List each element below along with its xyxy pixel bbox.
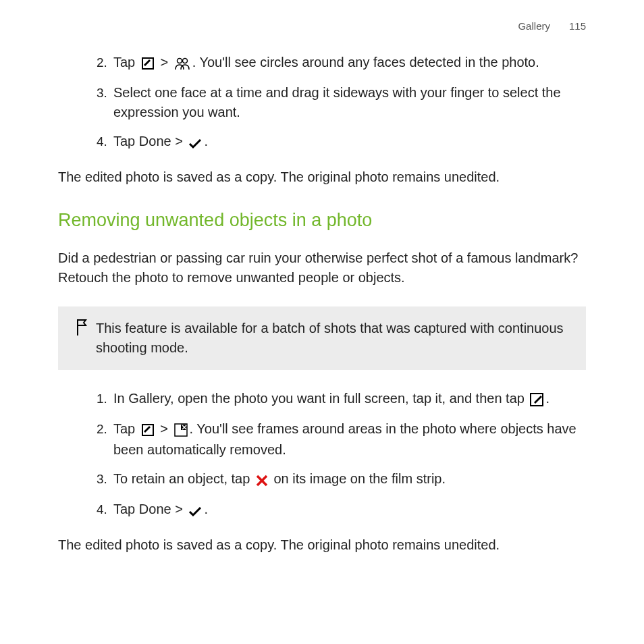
checkmark-icon — [188, 133, 203, 153]
header-section: Gallery — [518, 20, 550, 32]
section-heading: Removing unwanted objects in a photo — [58, 207, 586, 234]
remove-object-icon — [173, 421, 188, 440]
bstep-2: Tap > . You'll see frames around areas i… — [111, 419, 586, 460]
bstep-4: Tap Done > . — [111, 500, 586, 520]
edit-icon — [140, 54, 155, 74]
step-2: Tap > . You'll see circles around any fa… — [111, 53, 586, 74]
header-page: 115 — [569, 20, 586, 32]
step-3: Select one face at a time and drag it si… — [111, 83, 586, 122]
copy-note-1: The edited photo is saved as a copy. The… — [58, 167, 586, 187]
svg-point-2 — [177, 58, 182, 63]
flag-note-text: This feature is available for a batch of… — [96, 319, 571, 358]
copy-note-2: The edited photo is saved as a copy. The… — [58, 535, 586, 555]
people-icon — [173, 54, 191, 74]
steps-list-top: Tap > . You'll see circles around any fa… — [58, 53, 586, 153]
flag-icon — [74, 319, 89, 340]
x-red-icon — [255, 471, 269, 490]
bstep-3: To retain an object, tap on its image on… — [111, 469, 586, 490]
svg-point-3 — [182, 58, 187, 63]
edit-icon — [529, 390, 544, 410]
checkmark-icon — [188, 501, 203, 520]
edit-icon — [140, 421, 155, 440]
flag-note: This feature is available for a batch of… — [58, 306, 586, 370]
bstep-1: In Gallery, open the photo you want in f… — [111, 389, 586, 410]
steps-list-bottom: In Gallery, open the photo you want in f… — [58, 389, 586, 520]
intro-paragraph: Did a pedestrian or passing car ruin you… — [58, 248, 586, 288]
step-4: Tap Done > . — [111, 132, 586, 153]
page-header: Gallery115 — [58, 19, 586, 34]
